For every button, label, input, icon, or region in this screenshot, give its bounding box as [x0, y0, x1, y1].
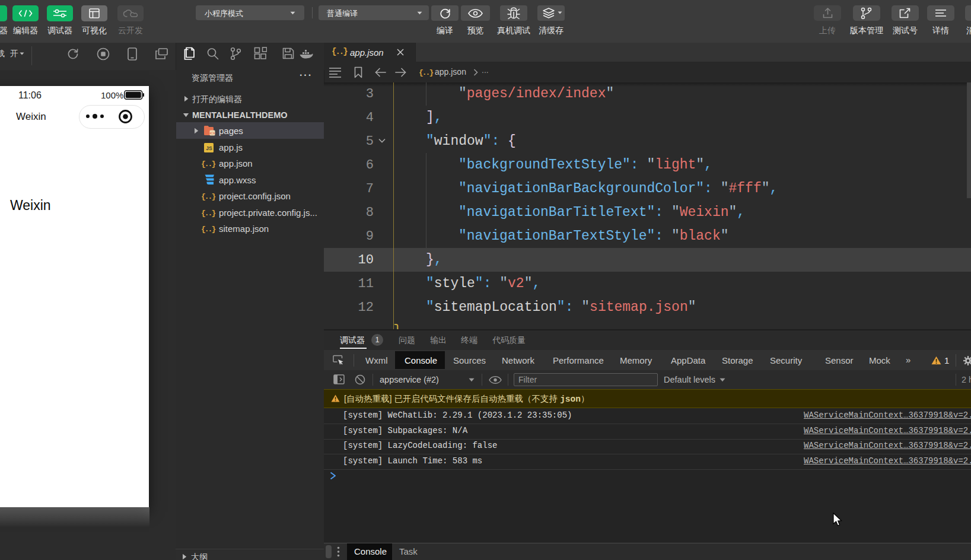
svg-text:JS: JS [206, 145, 212, 151]
svg-text:<>: <> [209, 131, 215, 136]
